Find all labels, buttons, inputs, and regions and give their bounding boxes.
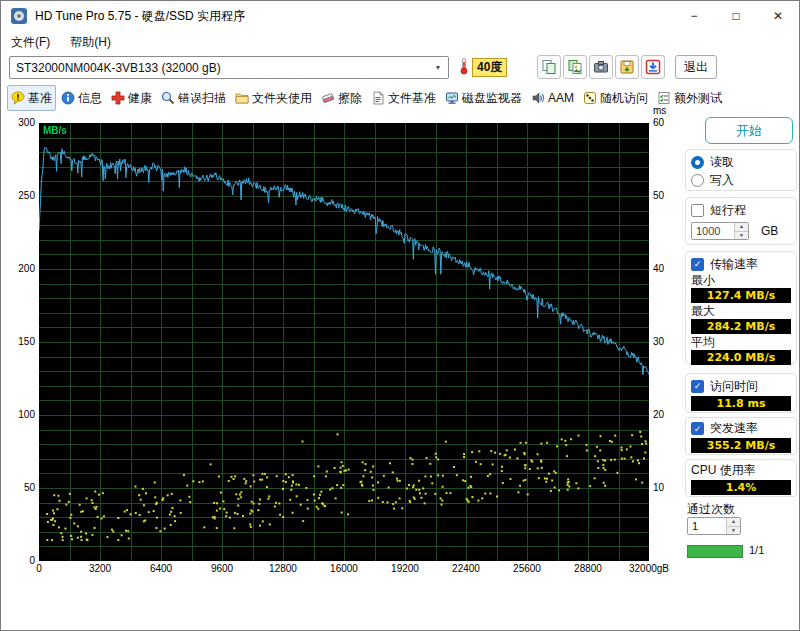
burst-rate-label: 突发速率 <box>710 420 758 437</box>
short-stroke-value: 1000 <box>692 223 734 239</box>
transfer-rate-group: ✓ 传输速率 最小 127.4 MB/s 最大 284.2 MB/s 平均 22… <box>685 251 797 364</box>
access-time-group: ✓ 访问时间 11.8 ms <box>685 373 797 413</box>
tab-folder-usage[interactable]: 文件夹使用 <box>231 85 316 111</box>
x-tick-label: 9600 <box>194 563 250 574</box>
right-tick-label: 30 <box>653 336 664 347</box>
right-tick-label: 10 <box>653 482 664 493</box>
tab-file-benchmark[interactable]: 文件基准 <box>367 85 440 111</box>
copy-image-button[interactable] <box>563 55 587 79</box>
exit-button[interactable]: 退出 <box>675 55 717 79</box>
disk-monitor-icon <box>445 91 459 105</box>
burst-rate-value: 355.2 MB/s <box>691 438 791 453</box>
passes-input[interactable]: 1 ▲ ▼ <box>687 517 741 535</box>
hd-tune-window: HD Tune Pro 5.75 - 硬盘/SSD 实用程序 − □ ✕ 文件(… <box>0 0 800 631</box>
drive-select[interactable]: ST32000NM004K-3VB133 (32000 gB) ▼ <box>9 56 449 79</box>
spin-down-button[interactable]: ▼ <box>735 231 748 240</box>
camera-icon <box>593 59 609 75</box>
spin-up-button[interactable]: ▲ <box>727 518 740 526</box>
benchmark-icon <box>11 91 25 105</box>
x-tick-label: 32000gB <box>621 563 677 574</box>
tab-disk-monitor[interactable]: 磁盘监视器 <box>441 85 526 111</box>
right-tick-label: 60 <box>653 117 664 128</box>
passes-label: 通过次数 <box>687 501 735 518</box>
read-radio[interactable]: 读取 <box>691 154 791 170</box>
temperature-value: 40度 <box>472 58 507 77</box>
short-stroke-group: 短行程 1000 ▲ ▼ GB <box>685 197 797 245</box>
burst-rate-checkbox[interactable]: ✓ 突发速率 <box>691 421 791 436</box>
toolbar-buttons <box>537 55 665 79</box>
max-label: 最大 <box>691 304 791 318</box>
start-button[interactable]: 开始 <box>705 117 793 144</box>
tab-random-access[interactable]: 随机访问 <box>579 85 652 111</box>
min-label: 最小 <box>691 273 791 287</box>
x-tick-label: 16000 <box>316 563 372 574</box>
max-value: 284.2 MB/s <box>691 319 791 334</box>
menu-item-help[interactable]: 帮助(H) <box>60 32 121 53</box>
health-icon <box>111 91 125 105</box>
cpu-usage-value: 1.4% <box>691 480 791 495</box>
tab-erase[interactable]: 擦除 <box>317 85 366 111</box>
minimize-icon[interactable]: − <box>673 1 715 31</box>
screenshot-button[interactable] <box>589 55 613 79</box>
access-time-label: 访问时间 <box>710 378 758 395</box>
cpu-usage-label: CPU 使用率 <box>691 462 756 479</box>
right-tick-label: 40 <box>653 263 664 274</box>
progress-bar <box>687 545 743 558</box>
checkbox-checked-icon: ✓ <box>691 258 704 271</box>
cpu-usage-group: CPU 使用率 1.4% <box>685 459 797 497</box>
right-tick-label: 50 <box>653 190 664 201</box>
avg-value: 224.0 MB/s <box>691 350 791 365</box>
short-stroke-checkbox[interactable]: 短行程 <box>691 202 791 218</box>
left-tick-label: 200 <box>1 263 35 274</box>
left-tick-label: 100 <box>1 409 35 420</box>
checkbox-checked-icon: ✓ <box>691 422 704 435</box>
folder-usage-icon <box>235 91 249 105</box>
tab-benchmark[interactable]: 基准 <box>7 85 56 111</box>
copy-info-button[interactable] <box>537 55 561 79</box>
transfer-rate-checkbox[interactable]: ✓ 传输速率 <box>691 256 791 272</box>
thermometer-icon <box>459 57 469 78</box>
checkbox-checked-icon: ✓ <box>691 380 704 393</box>
tab-error-scan[interactable]: 错误扫描 <box>157 85 230 111</box>
save-button[interactable] <box>615 55 639 79</box>
avg-label: 平均 <box>691 335 791 349</box>
chevron-down-icon: ▼ <box>428 64 448 71</box>
erase-icon <box>321 91 335 105</box>
x-tick-label: 22400 <box>438 563 494 574</box>
passes-value: 1 <box>688 518 726 534</box>
error-scan-icon <box>161 91 175 105</box>
copy-image-icon <box>567 59 583 75</box>
short-stroke-unit: GB <box>761 224 778 238</box>
write-radio[interactable]: 写入 <box>691 172 791 188</box>
tab-health[interactable]: 健康 <box>107 85 156 111</box>
menu-item-file[interactable]: 文件(F) <box>1 32 60 53</box>
temperature-display: 40度 <box>459 55 507 79</box>
download-button[interactable] <box>641 55 665 79</box>
aam-icon <box>531 91 545 105</box>
burst-rate-group: ✓ 突发速率 355.2 MB/s <box>685 417 797 455</box>
short-stroke-input[interactable]: 1000 ▲ ▼ <box>691 222 749 240</box>
file-benchmark-icon <box>371 91 385 105</box>
checkbox-unchecked-icon <box>691 204 704 217</box>
close-icon[interactable]: ✕ <box>757 1 799 31</box>
progress-label: 1/1 <box>749 544 764 556</box>
transfer-rate-label: 传输速率 <box>710 256 758 273</box>
random-access-icon <box>583 91 597 105</box>
tab-aam[interactable]: AAM <box>527 85 578 111</box>
spin-up-button[interactable]: ▲ <box>735 223 748 231</box>
tab-bar: 基准信息健康错误扫描文件夹使用擦除文件基准磁盘监视器AAM随机访问额外测试 <box>7 85 726 111</box>
x-tick-label: 19200 <box>377 563 433 574</box>
write-radio-label: 写入 <box>710 172 734 189</box>
left-tick-label: 250 <box>1 190 35 201</box>
spin-down-button[interactable]: ▼ <box>727 526 740 535</box>
right-axis-unit-label: ms <box>653 105 666 116</box>
app-icon <box>11 8 27 24</box>
maximize-icon[interactable]: □ <box>715 1 757 31</box>
access-time-checkbox[interactable]: ✓ 访问时间 <box>691 378 791 394</box>
x-tick-label: 25600 <box>499 563 555 574</box>
x-tick-label: 12800 <box>255 563 311 574</box>
save-icon <box>619 59 635 75</box>
tab-info[interactable]: 信息 <box>57 85 106 111</box>
menu-bar: 文件(F)帮助(H) <box>1 31 799 53</box>
drive-select-value: ST32000NM004K-3VB133 (32000 gB) <box>10 61 428 75</box>
